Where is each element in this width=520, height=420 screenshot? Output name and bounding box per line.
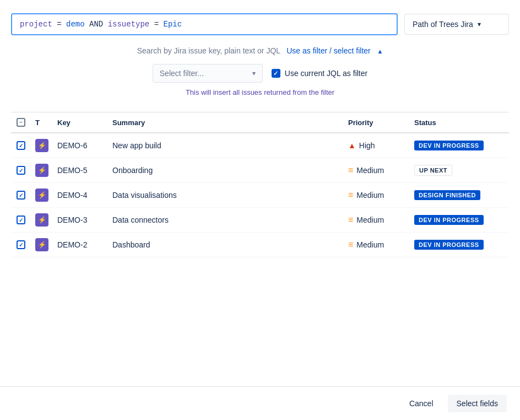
priority-cell: ≡Medium: [348, 240, 405, 249]
issue-type-icon: ⚡: [35, 164, 48, 177]
filter-select-label: Select filter...: [160, 69, 248, 78]
priority-medium-icon: ≡: [348, 166, 353, 175]
status-badge: DEV IN PROGRESS: [414, 240, 484, 250]
priority-cell: ≡Medium: [348, 166, 405, 175]
search-hint-row: Search by Jira issue key, plain text or …: [11, 46, 509, 55]
col-header-type: T: [31, 112, 53, 133]
status-badge: UP NEXT: [414, 165, 452, 176]
issue-summary: Data visualisations: [108, 183, 344, 208]
issue-type-icon: ⚡: [35, 238, 48, 251]
table-body: ⚡DEMO-6New app build▲HighDEV IN PROGRESS…: [11, 133, 509, 257]
issue-summary: Data connectors: [108, 208, 344, 233]
project-selector[interactable]: Path of Trees Jira ▾: [404, 14, 509, 35]
row-checkbox[interactable]: [17, 141, 25, 150]
priority-label: High: [359, 141, 375, 150]
issue-key: DEMO-3: [53, 208, 108, 233]
jql-project: project: [20, 20, 52, 29]
issue-type-icon: ⚡: [35, 139, 48, 152]
priority-cell: ≡Medium: [348, 191, 405, 200]
priority-medium-icon: ≡: [348, 191, 353, 200]
table-row: ⚡DEMO-4Data visualisations≡MediumDESIGN …: [11, 183, 509, 208]
table-row: ⚡DEMO-2Dashboard≡MediumDEV IN PROGRESS: [11, 233, 509, 257]
row-checkbox[interactable]: [17, 240, 25, 249]
filter-select-dropdown[interactable]: Select filter... ▾: [153, 64, 263, 83]
project-selector-label: Path of Trees Jira: [413, 20, 473, 29]
search-hint-text: Search by Jira issue key, plain text or …: [137, 46, 280, 55]
row-checkbox[interactable]: [17, 216, 25, 224]
table-row: ⚡DEMO-6New app build▲HighDEV IN PROGRESS: [11, 133, 509, 158]
priority-cell: ▲High: [348, 141, 405, 150]
filter-row: Select filter... ▾ Use current JQL as fi…: [153, 64, 367, 83]
col-header-check: [11, 112, 31, 133]
chevron-down-icon: ▾: [478, 20, 481, 28]
select-all-checkbox[interactable]: [17, 118, 25, 127]
row-checkbox[interactable]: [17, 166, 25, 175]
issue-summary: Onboarding: [108, 158, 344, 183]
jql-eq1: =: [52, 20, 66, 29]
use-as-filter-link[interactable]: Use as filter / select filter: [286, 46, 371, 55]
jql-issuetype: issuetype: [108, 20, 150, 29]
cancel-button[interactable]: Cancel: [400, 395, 442, 412]
bottom-bar: Cancel Select fields: [0, 386, 520, 420]
issues-table: T Key Summary Priority Status ⚡DEMO-6New…: [11, 112, 509, 257]
use-jql-label: Use current JQL as filter: [285, 69, 367, 78]
priority-label: Medium: [356, 240, 384, 249]
col-header-priority: Priority: [344, 112, 410, 133]
use-jql-checkbox[interactable]: [272, 69, 280, 78]
jql-epic: Epic: [164, 20, 182, 29]
col-header-key: Key: [53, 112, 108, 133]
issue-key: DEMO-5: [53, 158, 108, 183]
status-badge: DEV IN PROGRESS: [414, 141, 484, 150]
col-header-summary: Summary: [108, 112, 344, 133]
status-badge: DESIGN FINISHED: [414, 190, 480, 200]
select-fields-button[interactable]: Select fields: [448, 395, 507, 412]
filter-hint: This will insert all issues returned fro…: [186, 88, 334, 96]
jql-demo: demo: [66, 20, 85, 29]
col-header-status: Status: [410, 112, 509, 133]
page-wrapper: project = demo AND issuetype = Epic Path…: [0, 0, 520, 268]
table-header-row: T Key Summary Priority Status: [11, 112, 509, 133]
priority-high-icon: ▲: [348, 141, 356, 150]
priority-label: Medium: [356, 166, 384, 175]
table-row: ⚡DEMO-5Onboarding≡MediumUP NEXT: [11, 158, 509, 183]
use-jql-checkbox-row: Use current JQL as filter: [272, 69, 367, 78]
table-row: ⚡DEMO-3Data connectors≡MediumDEV IN PROG…: [11, 208, 509, 233]
chevron-up-icon: ▲: [377, 48, 383, 55]
priority-medium-icon: ≡: [348, 216, 353, 224]
issue-type-icon: ⚡: [35, 213, 48, 227]
issue-key: DEMO-4: [53, 183, 108, 208]
priority-medium-icon: ≡: [348, 240, 353, 249]
priority-cell: ≡Medium: [348, 216, 405, 224]
top-row: project = demo AND issuetype = Epic Path…: [11, 13, 509, 35]
jql-input[interactable]: project = demo AND issuetype = Epic: [11, 13, 398, 35]
filter-chevron-down-icon: ▾: [252, 69, 256, 77]
row-checkbox[interactable]: [17, 191, 25, 200]
issue-type-icon: ⚡: [35, 189, 48, 202]
issue-key: DEMO-6: [53, 133, 108, 158]
jql-and: AND: [85, 20, 108, 29]
issue-summary: Dashboard: [108, 233, 344, 257]
issue-key: DEMO-2: [53, 233, 108, 257]
priority-label: Medium: [356, 191, 384, 200]
priority-label: Medium: [356, 216, 384, 224]
filter-section: Select filter... ▾ Use current JQL as fi…: [11, 64, 509, 96]
status-badge: DEV IN PROGRESS: [414, 215, 484, 225]
issue-summary: New app build: [108, 133, 344, 158]
jql-eq2: =: [149, 20, 163, 29]
table-header: T Key Summary Priority Status: [11, 112, 509, 133]
